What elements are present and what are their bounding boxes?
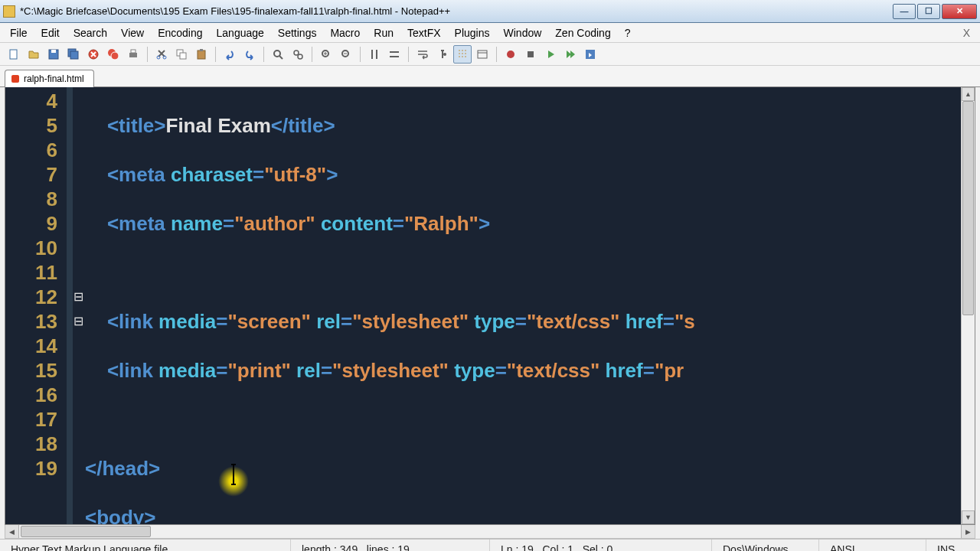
undo-button[interactable] [220,45,239,64]
menu-encoding[interactable]: Encoding [151,24,209,41]
show-all-chars-button[interactable] [433,45,452,64]
menu-plugins[interactable]: Plugins [448,24,497,41]
cut-button[interactable] [152,45,171,64]
tab-label: ralph-final.html [24,73,84,84]
text-cursor-icon [231,464,236,485]
scroll-left-icon[interactable]: ◀ [5,525,19,538]
toolbar-separator [496,47,497,62]
toolbar-separator [312,47,312,62]
macro-play-button[interactable] [541,45,560,64]
line-number: 9 [5,211,57,236]
sync-hscroll-button[interactable] [385,45,403,64]
menu-bar: File Edit Search View Encoding Language … [0,23,980,43]
status-encoding: ANSI [819,540,926,551]
menu-help[interactable]: ? [618,24,638,41]
macro-save-button[interactable] [581,45,599,64]
code-line: <link media="print" rel="stylesheet" typ… [85,358,961,383]
menu-run[interactable]: Run [367,24,400,41]
word-wrap-button[interactable] [413,45,432,64]
menu-view[interactable]: View [114,24,151,41]
menu-close-doc[interactable]: X [956,24,977,41]
sync-vscroll-button[interactable] [365,45,384,64]
svg-rect-15 [200,49,203,51]
maximize-button[interactable]: ☐ [917,4,940,19]
vertical-scrollbar[interactable]: ▲ ▼ [961,87,975,524]
svg-point-23 [507,51,514,58]
macro-record-button[interactable] [501,45,520,64]
svg-point-16 [274,51,280,57]
line-number: 19 [5,456,57,481]
status-length: length : 349 [302,543,358,552]
close-button[interactable]: ✕ [942,4,977,19]
line-number: 5 [5,113,57,138]
status-lines: lines : 19 [367,543,410,552]
status-filetype: Hyper Text Markup Language file [0,540,291,551]
code-line: <body> [85,505,961,524]
scroll-down-icon[interactable]: ▼ [962,510,975,524]
title-bar: *C:\Magic Briefcase\Documents\195 Exam F… [0,0,980,23]
line-number: 7 [5,162,57,187]
zoom-out-button[interactable] [337,45,355,64]
zoom-in-button[interactable] [317,45,335,64]
menu-language[interactable]: Language [210,24,271,41]
line-number: 17 [5,407,57,432]
line-number: 16 [5,383,57,407]
menu-textfx[interactable]: TextFX [400,24,448,41]
menu-edit[interactable]: Edit [34,24,67,41]
svg-rect-13 [180,53,186,59]
minimize-button[interactable]: — [893,4,916,19]
find-button[interactable] [269,45,287,64]
scrollbar-thumb[interactable] [21,526,151,537]
open-file-button[interactable] [24,45,43,64]
redo-button[interactable] [240,45,259,64]
svg-point-18 [298,54,302,59]
line-number: 14 [5,334,57,358]
paste-button[interactable] [192,45,211,64]
menu-zen-coding[interactable]: Zen Coding [548,24,617,41]
macro-play-multi-button[interactable] [561,45,580,64]
svg-rect-0 [10,50,17,59]
scrollbar-thumb[interactable] [962,101,974,315]
close-file-button[interactable] [84,45,103,64]
new-file-button[interactable] [5,45,23,64]
print-button[interactable] [124,45,142,64]
svg-rect-14 [198,51,205,59]
status-insert-mode: INS [926,540,980,551]
horizontal-scrollbar[interactable]: ◀ ▶ [5,525,975,539]
fold-collapse-icon[interactable]: ⊟ [73,285,83,309]
line-number: 13 [5,309,57,334]
toolbar-separator [263,47,264,62]
macro-stop-button[interactable] [521,45,540,64]
scroll-right-icon[interactable]: ▶ [961,525,975,538]
indent-guide-button[interactable] [453,45,472,64]
menu-macro[interactable]: Macro [323,24,367,41]
svg-rect-9 [131,50,136,53]
copy-button[interactable] [172,45,191,64]
toolbar-separator [360,47,361,62]
code-area[interactable]: <title>Final Exam</title> <meta charaset… [83,87,961,524]
svg-point-7 [111,52,119,60]
svg-rect-24 [528,51,534,57]
save-button[interactable] [44,45,63,64]
line-number: 18 [5,432,57,456]
user-lang-button[interactable] [473,45,492,64]
status-bar: Hyper Text Markup Language file length :… [0,539,980,551]
fold-gutter: ⊟ ⊟ [73,87,83,524]
line-number: 11 [5,260,57,285]
editor[interactable]: 4 5 6 7 8 9 10 11 12 13 14 15 16 17 18 1… [5,87,975,525]
scroll-up-icon[interactable]: ▲ [962,87,975,101]
menu-search[interactable]: Search [67,24,114,41]
svg-rect-4 [70,51,78,59]
toolbar-separator [215,47,216,62]
menu-window[interactable]: Window [497,24,549,41]
code-line: <meta name="author" content="Ralph"> [85,211,961,236]
fold-collapse-icon[interactable]: ⊟ [73,309,83,334]
close-all-button[interactable] [104,45,122,64]
svg-rect-2 [51,50,56,53]
menu-settings[interactable]: Settings [271,24,324,41]
replace-button[interactable] [289,45,307,64]
tab-ralph-final[interactable]: ralph-final.html [5,70,94,87]
save-all-button[interactable] [64,45,83,64]
menu-file[interactable]: File [3,24,34,41]
line-number-gutter: 4 5 6 7 8 9 10 11 12 13 14 15 16 17 18 1… [5,87,73,524]
